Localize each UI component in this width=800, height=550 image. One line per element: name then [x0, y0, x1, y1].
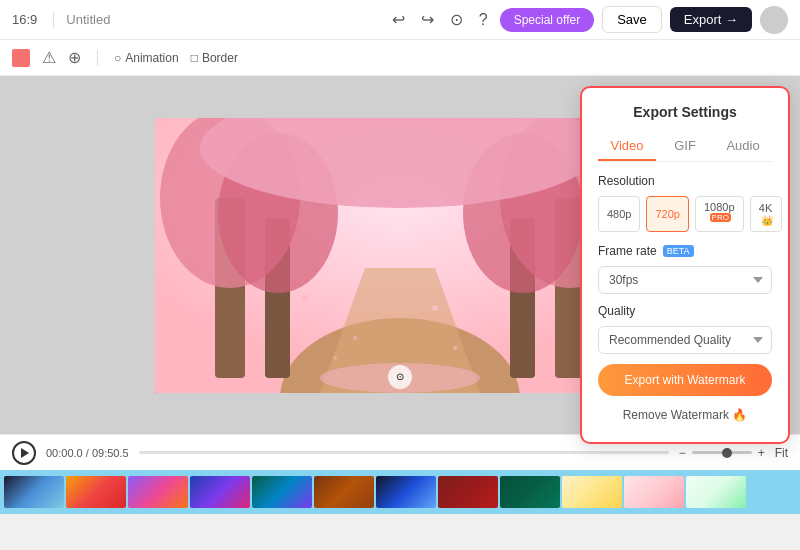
- tab-gif[interactable]: GIF: [656, 132, 714, 161]
- topbar-actions: Special offer Save Export →: [500, 6, 788, 34]
- special-offer-button[interactable]: Special offer: [500, 8, 595, 32]
- document-title: Untitled: [66, 12, 379, 27]
- export-panel: Export Settings Video GIF Audio Resoluti…: [580, 86, 790, 444]
- undo-button[interactable]: ↩: [388, 8, 409, 31]
- remove-watermark-button[interactable]: Remove Watermark 🔥: [598, 404, 772, 426]
- fit-button[interactable]: Fit: [775, 446, 788, 460]
- zoom-in-icon[interactable]: +: [758, 446, 765, 460]
- color-picker[interactable]: [12, 49, 30, 67]
- position-icon: ⊙: [396, 371, 404, 382]
- warning-icon: ⚠: [42, 48, 56, 67]
- toolbar-divider: [97, 50, 98, 66]
- svg-point-17: [453, 346, 457, 350]
- capture-button[interactable]: ⊙: [446, 8, 467, 31]
- total-time: 09:50.5: [92, 447, 129, 459]
- svg-point-13: [473, 316, 477, 320]
- position-indicator: ⊙: [388, 365, 412, 389]
- settings-icon: ⊕: [68, 48, 81, 67]
- framerate-select[interactable]: 30fps 60fps 24fps: [598, 266, 772, 294]
- redo-button[interactable]: ↪: [417, 8, 438, 31]
- divider: [53, 12, 54, 28]
- framerate-row: Frame rate BETA: [598, 244, 772, 258]
- list-item: [4, 476, 64, 508]
- help-button[interactable]: ?: [475, 9, 492, 31]
- time-display: 00:00.0 / 09:50.5: [46, 447, 129, 459]
- crown-badge: 👑: [761, 215, 773, 226]
- tab-audio[interactable]: Audio: [714, 132, 772, 161]
- resolution-720p[interactable]: 720p: [646, 196, 688, 232]
- beta-badge: BETA: [663, 245, 694, 257]
- list-item: [314, 476, 374, 508]
- export-tabs: Video GIF Audio: [598, 132, 772, 162]
- topbar: 16:9 Untitled ↩ ↪ ⊙ ? Special offer Save…: [0, 0, 800, 40]
- canvas-area: ⊙ Export Settings Video GIF Audio Resolu…: [0, 76, 800, 434]
- aspect-ratio: 16:9: [12, 12, 37, 27]
- list-item: [500, 476, 560, 508]
- timeline-strip: [0, 470, 800, 514]
- pro-badge: PRO: [710, 213, 731, 222]
- current-time: 00:00.0: [46, 447, 83, 459]
- list-item: [252, 476, 312, 508]
- zoom-controls: − +: [679, 446, 765, 460]
- resolution-1080p[interactable]: 1080pPRO: [695, 196, 744, 232]
- zoom-out-icon[interactable]: −: [679, 446, 686, 460]
- svg-point-14: [353, 336, 357, 340]
- framerate-label: Frame rate: [598, 244, 657, 258]
- video-preview: ⊙: [155, 118, 645, 393]
- svg-point-12: [302, 295, 308, 301]
- svg-point-15: [432, 305, 438, 311]
- list-item: [438, 476, 498, 508]
- list-item: [624, 476, 684, 508]
- quality-label: Quality: [598, 304, 772, 318]
- border-tool[interactable]: □ Border: [191, 51, 238, 65]
- animation-label: Animation: [125, 51, 178, 65]
- zoom-thumb: [722, 448, 732, 458]
- animation-icon: ○: [114, 51, 121, 65]
- resolution-label: Resolution: [598, 174, 772, 188]
- list-item: [66, 476, 126, 508]
- border-icon: □: [191, 51, 198, 65]
- timeline-track[interactable]: [139, 451, 669, 454]
- svg-point-16: [333, 356, 337, 360]
- play-button[interactable]: [12, 441, 36, 465]
- tab-video[interactable]: Video: [598, 132, 656, 161]
- zoom-slider[interactable]: [692, 451, 752, 454]
- export-watermark-button[interactable]: Export with Watermark: [598, 364, 772, 396]
- save-button[interactable]: Save: [602, 6, 662, 33]
- toolbar: ⚠ ⊕ ○ Animation □ Border: [0, 40, 800, 76]
- main-area: ⊙ Export Settings Video GIF Audio Resolu…: [0, 76, 800, 434]
- list-item: [376, 476, 436, 508]
- quality-select[interactable]: Recommended Quality High Quality Low Qua…: [598, 326, 772, 354]
- list-item: [686, 476, 746, 508]
- border-label: Border: [202, 51, 238, 65]
- list-item: [190, 476, 250, 508]
- resolution-480p[interactable]: 480p: [598, 196, 640, 232]
- avatar[interactable]: [760, 6, 788, 34]
- video-frame: [155, 118, 645, 393]
- export-button[interactable]: Export →: [670, 7, 752, 32]
- export-panel-title: Export Settings: [598, 104, 772, 120]
- list-item: [128, 476, 188, 508]
- list-item: [562, 476, 622, 508]
- animation-tool[interactable]: ○ Animation: [114, 51, 179, 65]
- play-icon: [21, 448, 29, 458]
- resolution-options: 480p 720p 1080pPRO 4K👑: [598, 196, 772, 232]
- resolution-4k[interactable]: 4K👑: [750, 196, 782, 232]
